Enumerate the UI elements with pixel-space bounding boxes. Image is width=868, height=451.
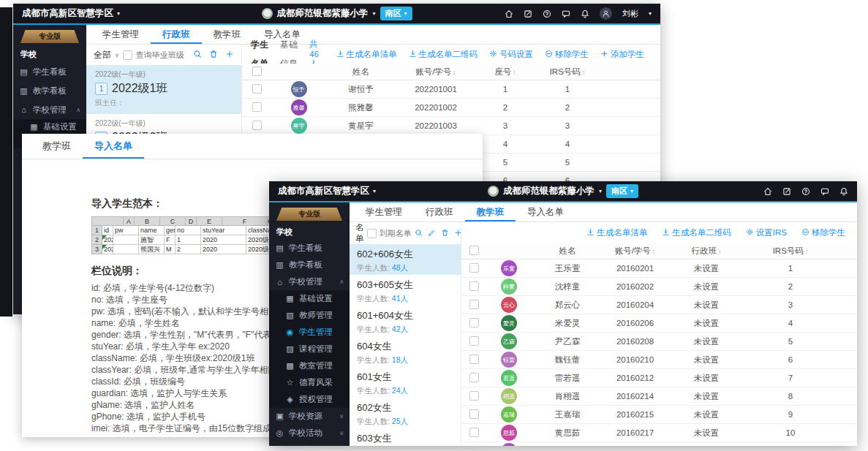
sidebar-item[interactable]: ▨ 课程管理 — [269, 341, 350, 357]
graduated-checkbox[interactable] — [123, 50, 132, 60]
row-checkbox[interactable] — [469, 281, 479, 291]
district-menu[interactable]: 成都市高新区智慧学区 ▾ — [22, 7, 120, 20]
sidebar-item[interactable]: ◉ 学生管理 — [269, 324, 350, 341]
col-account[interactable]: 账号/学号↕ — [396, 67, 476, 77]
tab[interactable]: 教学班 — [31, 134, 83, 159]
row-checkbox[interactable] — [252, 84, 262, 94]
row-checkbox[interactable] — [469, 428, 479, 437]
search-icon[interactable] — [415, 229, 423, 238]
tab[interactable]: 行政班 — [414, 202, 465, 221]
sidebar-item[interactable]: ▥ 教学看板 — [269, 257, 350, 273]
action-link[interactable]: 移除学生 — [801, 227, 845, 238]
student-row[interactable]: 乐萱 王乐萱 20160201 未设置 1 — [461, 259, 857, 278]
user-name[interactable]: 刘彬 — [622, 8, 638, 19]
sidebar-item[interactable]: ☆ 德育风采 — [269, 374, 350, 391]
col-irs[interactable]: IRS号码↕ — [747, 246, 834, 257]
expired-checkbox[interactable] — [367, 229, 377, 238]
plus-icon[interactable] — [454, 229, 462, 238]
action-link[interactable]: 生成名单清单 — [586, 227, 647, 238]
row-checkbox[interactable] — [469, 263, 479, 273]
row-checkbox[interactable] — [252, 121, 262, 130]
tab[interactable]: 导入名单 — [516, 202, 575, 221]
sidebar-item[interactable]: ▩ 教室管理 — [269, 357, 350, 374]
student-row[interactable]: 云心 郑云心 20160204 未设置 3 — [461, 296, 857, 314]
class-group-item[interactable]: 602女生 学生人数: 25人 — [350, 398, 461, 428]
sidebar-item[interactable]: ◔ 课例数据 ∨ — [269, 441, 350, 446]
school-selector[interactable]: 成都师范银都紫藤小学 ▾ 南区 ▾ — [488, 184, 638, 198]
student-row[interactable]: 钰蕾 魏钰蕾 20160210 未设置 6 — [461, 351, 857, 369]
home-icon[interactable] — [763, 187, 772, 196]
row-checkbox[interactable] — [252, 102, 262, 112]
edit-square-icon[interactable] — [782, 187, 791, 196]
col-account[interactable]: 账号/学号↕ — [604, 246, 666, 257]
help-icon[interactable] — [801, 187, 810, 196]
row-checkbox[interactable] — [469, 318, 479, 327]
row-checkbox[interactable] — [469, 373, 479, 382]
class-card[interactable]: 2022级(一年级) 1 2022级1班 班主任： — [86, 65, 241, 114]
action-link[interactable]: 添加学生 — [600, 49, 644, 60]
student-row[interactable]: 雅馨 熊雅馨 202201002 2 2 — [242, 99, 660, 117]
search-icon[interactable] — [193, 50, 202, 61]
action-link[interactable]: 生成名单二维码 — [662, 227, 731, 238]
trash-icon[interactable] — [209, 50, 218, 61]
select-all-checkbox[interactable] — [469, 246, 479, 255]
tab[interactable]: 学生管理 — [354, 202, 414, 221]
zone-badge[interactable]: 南区 ▾ — [606, 184, 638, 198]
action-link[interactable]: 生成名单清单 — [336, 49, 397, 60]
sidebar-item[interactable]: ▦ 基础设置 — [269, 290, 350, 307]
school-selector[interactable]: 成都师范银都紫藤小学 ▾ 南区 ▾ — [261, 7, 412, 20]
row-checkbox[interactable] — [469, 409, 479, 419]
district-menu[interactable]: 成都市高新区智慧学区 ▾ — [278, 185, 376, 197]
action-link[interactable]: 号码设置 — [489, 49, 533, 60]
tab[interactable]: 学生管理 — [91, 25, 151, 44]
tab[interactable]: 导入名单 — [83, 134, 144, 159]
action-link[interactable]: 移除学生 — [545, 49, 589, 60]
tab[interactable]: 教学班 — [202, 25, 253, 44]
tab[interactable]: 行政班 — [151, 25, 202, 44]
sidebar-item[interactable]: ⌂ 学校管理 ∧ — [269, 273, 350, 290]
sidebar-item[interactable]: ◈ 授权管理 — [269, 391, 350, 408]
col-irs[interactable]: IRS号码↕ — [535, 67, 600, 77]
student-row[interactable]: 乙霖 尹乙霖 20160208 未设置 5 — [461, 333, 857, 351]
class-group-item[interactable]: 601女生 学生人数: 24人 — [350, 367, 461, 398]
tab[interactable]: 教学班 — [465, 202, 516, 221]
row-checkbox[interactable] — [469, 355, 479, 364]
class-group-item[interactable]: 603女生 学生人数: — [350, 428, 461, 446]
student-row[interactable]: 梓童 沈梓童 20160202 未设置 2 — [461, 278, 857, 296]
class-group-item[interactable]: 602+606女生 学生人数: 48人 — [350, 244, 461, 275]
sidebar-item[interactable]: ⌂ 学校管理 ∧ — [13, 100, 86, 119]
student-row[interactable]: 爱灵 米爱灵 20160206 未设置 4 — [461, 314, 857, 333]
student-row[interactable]: 嘉瑞 王嘉瑞 20160215 未设置 9 — [461, 406, 857, 424]
user-avatar[interactable] — [600, 7, 612, 20]
sidebar-item[interactable]: ▤ 学生看板 — [269, 240, 350, 257]
bell-icon[interactable] — [581, 10, 589, 18]
pencil-icon[interactable] — [428, 229, 436, 238]
row-checkbox[interactable] — [469, 300, 479, 309]
student-row[interactable]: 若遥 雷若遥 20160212 未设置 7 — [461, 369, 857, 387]
sidebar-item[interactable]: ▧ 教师管理 — [269, 307, 350, 324]
row-checkbox[interactable] — [469, 391, 479, 401]
select-all-checkbox[interactable] — [252, 67, 262, 76]
class-group-item[interactable]: 603+605女生 学生人数: 41人 — [350, 275, 461, 306]
row-checkbox[interactable] — [469, 446, 479, 447]
plus-icon[interactable] — [225, 50, 234, 61]
action-link[interactable]: 生成名单二维码 — [409, 49, 478, 60]
chat-icon[interactable] — [562, 10, 570, 18]
chat-icon[interactable] — [820, 187, 829, 196]
student-row[interactable] — [461, 442, 857, 446]
row-checkbox[interactable] — [469, 336, 479, 346]
col-seat[interactable]: 座号↕ — [476, 67, 535, 77]
sidebar-item[interactable]: ◎ 学校活动 ∨ — [269, 425, 350, 441]
sidebar-item[interactable]: ▤ 学生看板 — [13, 62, 86, 81]
home-icon[interactable] — [505, 10, 513, 18]
sidebar-item[interactable]: ▣ 学校资源 ∨ — [269, 408, 350, 425]
student-row[interactable]: 栩遥 肖栩遥 20160214 未设置 8 — [461, 387, 857, 406]
student-row[interactable]: 星宇 黄星宇 202201003 3 3 — [242, 117, 660, 135]
col-class[interactable]: 行政班↕ — [666, 246, 747, 257]
class-group-item[interactable]: 604女生 学生人数: 18人 — [350, 336, 461, 367]
class-group-item[interactable]: 601+604女生 学生人数: 42人 — [350, 306, 461, 336]
trash-icon[interactable] — [441, 229, 449, 238]
sidebar-item[interactable]: ▥ 教学看板 — [13, 81, 86, 100]
bell-icon[interactable] — [839, 187, 848, 196]
filter-all-dropdown[interactable]: 全部 — [94, 49, 111, 61]
